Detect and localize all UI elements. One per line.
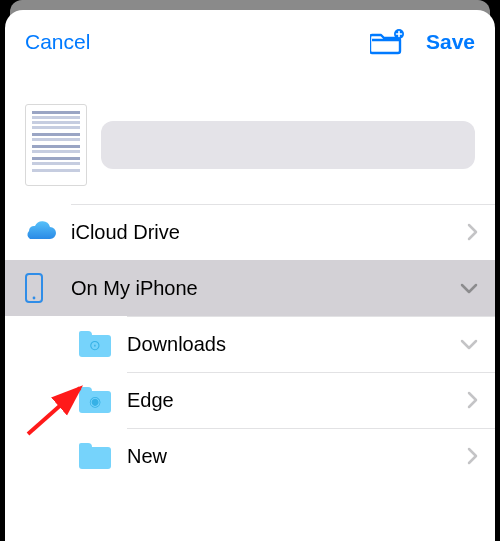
svg-point-2 <box>33 297 36 300</box>
location-list: iCloud Drive On My iPhone <box>5 204 495 484</box>
chevron-right-icon <box>465 390 479 410</box>
icloud-icon <box>23 220 71 244</box>
downloads-glyph: ⊙ <box>89 338 101 352</box>
location-label: iCloud Drive <box>71 221 465 244</box>
folder-row-downloads[interactable]: ⊙ Downloads <box>5 316 495 372</box>
folder-icon: ◉ <box>79 387 127 413</box>
new-folder-icon[interactable] <box>370 28 404 56</box>
folder-icon: ⊙ <box>79 331 127 357</box>
iphone-icon <box>23 273 71 303</box>
folder-label: Downloads <box>127 333 459 356</box>
filename-input[interactable] <box>101 121 475 169</box>
chevron-right-icon <box>465 222 479 242</box>
preview-row <box>5 74 495 204</box>
chevron-down-icon <box>459 337 479 351</box>
save-dialog-sheet: Cancel Save <box>5 10 495 541</box>
folder-icon <box>79 443 127 469</box>
folder-row-edge[interactable]: ◉ Edge <box>5 372 495 428</box>
cancel-button[interactable]: Cancel <box>25 30 90 54</box>
edge-glyph: ◉ <box>89 394 101 408</box>
save-button[interactable]: Save <box>426 30 475 54</box>
navbar: Cancel Save <box>5 10 495 74</box>
location-row-onmyiphone[interactable]: On My iPhone <box>5 260 495 316</box>
navbar-right: Save <box>370 28 475 56</box>
chevron-right-icon <box>465 446 479 466</box>
folder-label: Edge <box>127 389 465 412</box>
document-thumbnail <box>25 104 87 186</box>
folder-label: New <box>127 445 465 468</box>
folder-row-new[interactable]: New <box>5 428 495 484</box>
chevron-down-icon <box>459 281 479 295</box>
location-label: On My iPhone <box>71 277 459 300</box>
location-row-icloud[interactable]: iCloud Drive <box>5 204 495 260</box>
